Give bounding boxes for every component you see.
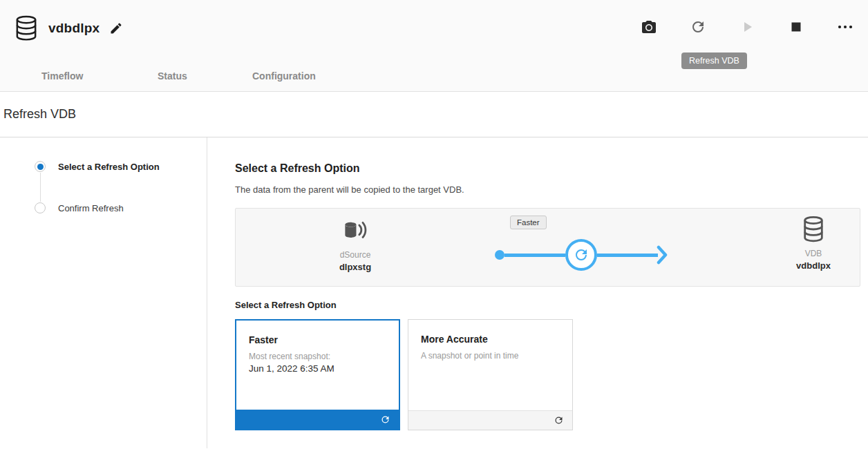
step-label: Select a Refresh Option [58,162,160,172]
card-body: Faster Most recent snapshot: Jun 1, 2022… [236,321,399,410]
tab-status[interactable]: Status [158,70,187,82]
arrow-refresh-circle [565,239,597,271]
tab-bar: Timeflow Status Configuration [0,70,868,84]
dsource-type-label: dSource [317,250,393,260]
app-header: vdbdlpx [0,0,868,92]
camera-icon [641,19,657,35]
option-footer-selected [236,410,399,429]
stop-icon [788,19,804,35]
arrow-line [597,254,658,257]
refresh-icon [690,19,706,35]
dsource-icon [342,217,368,245]
refresh-icon [380,414,390,425]
arrow-start-dot [495,250,504,260]
section-heading: Select a Refresh Option [235,162,860,175]
step-active-indicator [35,161,46,172]
option-footer [408,410,572,430]
dsource-node: dSource dlpxstg [317,217,393,272]
card-body: More Accurate A snapshot or point in tim… [408,320,572,410]
refresh-vdb-button[interactable] [689,18,707,36]
edit-pencil-icon[interactable] [109,21,123,35]
step-confirm-refresh[interactable]: Confirm Refresh [35,202,207,213]
page-title: Refresh VDB [3,107,76,122]
refresh-option-cards: Faster Most recent snapshot: Jun 1, 2022… [235,319,860,430]
option-title: More Accurate [421,334,560,345]
snapshot-camera-button[interactable] [640,18,658,36]
refresh-arrow [495,239,668,271]
section-description: The data from the parent will be copied … [235,184,860,195]
arrow-head-icon [657,245,668,265]
database-icon [14,15,39,41]
option-subtitle: Most recent snapshot: [249,352,386,361]
step-label: Confirm Refresh [58,203,124,213]
tab-timeflow[interactable]: Timeflow [41,70,83,82]
refresh-icon [573,247,589,263]
page-title-bar: Refresh VDB [0,92,868,137]
tab-configuration[interactable]: Configuration [252,70,316,82]
vdb-database-icon [800,216,827,243]
wizard-body: Select a Refresh Option Confirm Refresh … [0,137,868,448]
vdb-action-toolbar [640,18,854,36]
option-snapshot-date: Jun 1, 2022 6:35 AM [249,363,386,374]
vdb-node: VDB vdbdlpx [775,216,851,271]
vdb-type-label: VDB [775,249,851,258]
vdb-name-title: vdbdlpx [48,21,100,36]
option-card-faster[interactable]: Faster Most recent snapshot: Jun 1, 2022… [235,319,400,430]
wizard-main-content: Select a Refresh Option The data from th… [207,137,868,448]
option-card-more-accurate[interactable]: More Accurate A snapshot or point in tim… [408,319,573,430]
option-subtitle: A snapshot or point in time [421,351,560,361]
arrow-line [504,254,565,257]
step-select-refresh-option[interactable]: Select a Refresh Option [35,161,207,172]
ellipsis-icon [837,19,853,35]
option-title: Faster [249,334,386,345]
play-icon [739,19,755,35]
wizard-stepper: Select a Refresh Option Confirm Refresh [0,137,207,448]
more-actions-button[interactable] [836,18,854,36]
vdb-name: vdbdlpx [775,260,851,271]
step-pending-indicator [35,202,46,213]
stop-vdb-button[interactable] [787,18,805,36]
refresh-flow-diagram: dSource dlpxstg Faster [235,208,860,287]
start-vdb-button[interactable] [738,18,756,36]
refresh-icon [554,415,564,426]
step-connector-line [40,173,41,202]
refresh-vdb-tooltip: Refresh VDB [681,52,747,69]
options-section-label: Select a Refresh Option [235,300,860,310]
dsource-name: dlpxstg [317,262,393,272]
faster-badge: Faster [510,216,547,229]
